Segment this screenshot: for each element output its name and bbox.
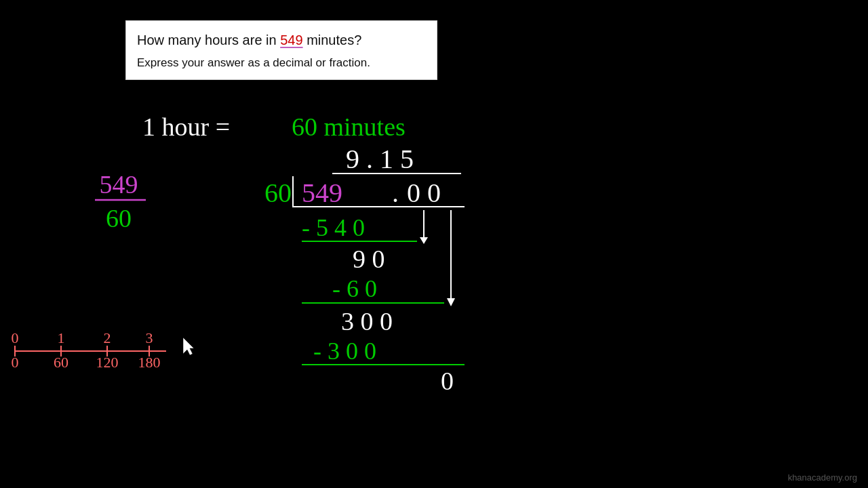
fraction-numerator: 549 — [100, 170, 138, 199]
nl-bot-120: 120 — [96, 354, 119, 371]
cursor-arrow — [183, 338, 194, 355]
remainder1: 9 0 — [353, 245, 385, 273]
watermark: khanacademy.org — [788, 472, 857, 483]
arrow1-head — [420, 237, 428, 244]
question-post: minutes? — [303, 33, 362, 47]
question-text: How many hours are in 549 minutes? — [137, 30, 426, 49]
equation-1: 1 hour = — [142, 113, 230, 141]
question-pre: How many hours are in — [137, 33, 280, 47]
question-number: 549 — [280, 33, 302, 47]
fraction-denominator: 60 — [106, 204, 132, 232]
question-subtext: Express your answer as a decimal or frac… — [137, 56, 426, 70]
nl-bot-180: 180 — [138, 354, 161, 371]
dividend-549: 549 — [302, 178, 342, 208]
remainder2-300: 3 0 0 — [341, 307, 393, 336]
quotient: 9 . 1 5 — [346, 144, 414, 174]
dividend-00: 0 0 — [407, 178, 441, 208]
dividend-dot: . — [392, 178, 399, 208]
final-remainder: 0 — [441, 367, 454, 395]
nl-top-0: 0 — [12, 329, 19, 346]
step3-subtract: - 3 0 0 — [313, 338, 376, 365]
arrow2-head — [447, 298, 455, 306]
question-box: How many hours are in 549 minutes? Expre… — [125, 20, 437, 80]
nl-top-3: 3 — [146, 329, 153, 346]
division-bracket — [293, 176, 465, 207]
nl-top-1: 1 — [58, 329, 65, 346]
divisor: 60 — [264, 178, 292, 208]
step2-subtract: - 6 0 — [332, 275, 377, 302]
step1-subtract: - 5 4 0 — [302, 214, 365, 241]
nl-bot-0: 0 — [12, 354, 19, 371]
nl-top-2: 2 — [104, 329, 111, 346]
equation-60: 60 minutes — [292, 113, 406, 141]
nl-bot-60: 60 — [54, 354, 68, 371]
